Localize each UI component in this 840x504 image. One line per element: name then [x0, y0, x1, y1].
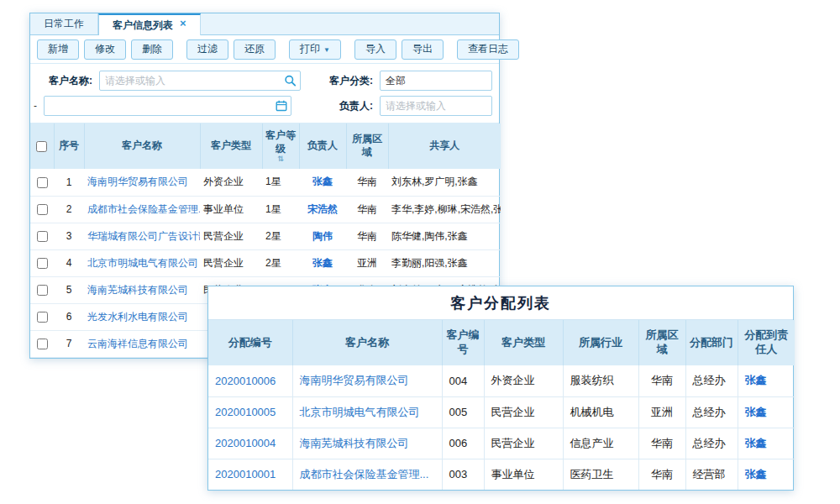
- customer-name-link[interactable]: 成都市社会保险基金管理...: [87, 203, 200, 215]
- customer-type-cell: 事业单位: [484, 459, 563, 490]
- owner-cell: 陶伟: [299, 223, 346, 249]
- customer-no-cell: 005: [442, 396, 484, 428]
- customer-name-link[interactable]: 成都市社会保险基金管理...: [300, 468, 429, 480]
- toolbar: 新增修改删除过滤还原打印▼导入导出查看日志: [30, 35, 499, 64]
- tab-label: 客户信息列表: [113, 18, 173, 33]
- column-header-4[interactable]: 客户等级⇅: [262, 123, 299, 169]
- region-cell: 华南: [638, 428, 685, 459]
- column-header-7: 共享人: [388, 123, 501, 169]
- calendar-icon[interactable]: [276, 100, 287, 112]
- alloc-no-link[interactable]: 2020010001: [215, 468, 276, 480]
- owner-cell: 张鑫: [299, 249, 346, 276]
- table-row: 2020010001成都市社会保险基金管理...003事业单位医药卫生华南经营部…: [208, 459, 795, 490]
- shared-cell: 李华,李婷,柳琳,宋浩然,张鑫: [388, 196, 501, 223]
- allocation-title: 客户分配列表: [208, 286, 793, 320]
- customer-no-cell: 006: [442, 428, 484, 459]
- tab-daily-work[interactable]: 日常工作: [30, 13, 98, 34]
- alloc-column-header-8: 分配到责任人: [738, 320, 795, 365]
- region-cell: 华南: [638, 365, 685, 396]
- assignee-link[interactable]: 张鑫: [745, 437, 767, 449]
- alloc-no-cell: 2020010005: [208, 396, 292, 428]
- customer-name-input[interactable]: [99, 71, 301, 91]
- selected-value: 全部: [386, 74, 406, 88]
- row-checkbox[interactable]: [37, 258, 48, 269]
- table-row: 2成都市社会保险基金管理...事业单位1星宋浩然华南李华,李婷,柳琳,宋浩然,张…: [30, 196, 501, 223]
- assignee-link[interactable]: 张鑫: [745, 374, 767, 386]
- row-checkbox[interactable]: [37, 231, 48, 242]
- owner-link[interactable]: 陶伟: [312, 230, 333, 242]
- alloc-column-header-5: 所属行业: [563, 320, 638, 365]
- customer-name-link[interactable]: 北京市明城电气有限公司: [300, 406, 420, 418]
- dropdown-caret-icon: ▼: [323, 46, 330, 54]
- assignee-link[interactable]: 张鑫: [745, 406, 767, 418]
- dept-cell: 总经办: [685, 365, 738, 396]
- row-checkbox[interactable]: [37, 339, 48, 349]
- filter-button[interactable]: 过滤: [186, 39, 228, 60]
- customer-name-link[interactable]: 海南明华贸易有限公司: [300, 374, 409, 386]
- select-all-cell: [30, 123, 54, 169]
- table-row: 3华瑞城有限公司广告设计部民营企业2星陶伟华南陈华健,陶伟,张鑫: [30, 223, 501, 249]
- customer-name-field: [99, 71, 301, 91]
- customer-name-link[interactable]: 北京市明城电气有限公司: [87, 257, 198, 269]
- assignee-link[interactable]: 张鑫: [745, 468, 767, 480]
- alloc-no-link[interactable]: 2020010006: [215, 375, 276, 387]
- row-checkbox[interactable]: [37, 285, 48, 296]
- table-row: 1海南明华贸易有限公司外资企业1星张鑫华南刘东林,罗广明,张鑫: [30, 169, 501, 196]
- date-input[interactable]: [44, 96, 291, 116]
- modify-button[interactable]: 修改: [84, 39, 126, 60]
- column-header-1: 序号: [54, 123, 84, 169]
- dept-cell: 总经办: [685, 396, 738, 428]
- print-button[interactable]: 打印▼: [289, 39, 341, 60]
- customer-name-link[interactable]: 海南芜城科技有限公司: [87, 284, 188, 296]
- row-checkbox[interactable]: [37, 312, 48, 323]
- alloc-no-link[interactable]: 2020010005: [215, 406, 276, 418]
- search-icon[interactable]: [284, 75, 297, 87]
- column-header-6: 所属区域: [346, 123, 388, 169]
- row-checkbox[interactable]: [37, 177, 48, 188]
- row-number-cell: 5: [54, 276, 84, 303]
- row-number-cell: 1: [54, 169, 84, 196]
- customer-level-cell: 2星: [262, 249, 299, 276]
- filter-area: 客户名称: 客户分类: 全部 -: [30, 64, 499, 123]
- close-icon[interactable]: ×: [180, 18, 186, 29]
- assignee-cell: 张鑫: [738, 428, 795, 459]
- owner-cell: 宋浩然: [299, 196, 346, 223]
- filter-row-2: - 负责人:: [37, 94, 492, 118]
- owner-input[interactable]: [380, 96, 492, 116]
- customer-name-link[interactable]: 海南芜城科技有限公司: [300, 437, 409, 449]
- owner-link[interactable]: 张鑫: [312, 257, 333, 269]
- customer-name-cell: 成都市社会保险基金管理...: [292, 459, 442, 490]
- view-log-button[interactable]: 查看日志: [457, 39, 519, 60]
- column-header-2: 客户名称: [84, 123, 200, 169]
- customer-name-cell: 海南芜城科技有限公司: [84, 276, 200, 303]
- row-number-cell: 6: [54, 303, 84, 330]
- region-cell: 华南: [346, 196, 388, 223]
- customer-name-link[interactable]: 华瑞城有限公司广告设计部: [87, 230, 200, 242]
- alloc-no-cell: 2020010004: [208, 428, 292, 459]
- alloc-column-header-6: 所属区域: [638, 320, 685, 365]
- owner-link[interactable]: 宋浩然: [307, 203, 338, 215]
- customer-name-link[interactable]: 光发水利水电有限公司: [87, 311, 188, 323]
- customer-type-cell: 民营企业: [484, 428, 563, 459]
- alloc-column-header-3: 客户编号: [442, 320, 484, 365]
- alloc-no-link[interactable]: 2020010004: [215, 437, 276, 449]
- customer-level-cell: 1星: [262, 169, 299, 196]
- delete-button[interactable]: 删除: [131, 39, 173, 60]
- table-row: 2020010005北京市明城电气有限公司005民营企业机械机电亚洲总经办张鑫: [208, 396, 795, 428]
- select-all-checkbox[interactable]: [36, 141, 47, 152]
- export-button[interactable]: 导出: [402, 39, 444, 60]
- assignee-cell: 张鑫: [738, 365, 795, 396]
- restore-button[interactable]: 还原: [234, 39, 276, 60]
- region-cell: 亚洲: [638, 396, 685, 428]
- shared-cell: 刘东林,罗广明,张鑫: [388, 169, 501, 196]
- customer-category-select[interactable]: 全部: [380, 71, 492, 91]
- owner-link[interactable]: 张鑫: [312, 176, 333, 187]
- alloc-column-header-2: 客户名称: [292, 320, 442, 365]
- customer-name-link[interactable]: 海南明华贸易有限公司: [87, 176, 188, 187]
- tab-customer-info-list[interactable]: 客户信息列表 ×: [98, 13, 201, 35]
- import-button[interactable]: 导入: [354, 39, 396, 60]
- add-button[interactable]: 新增: [37, 39, 79, 60]
- customer-name-label: 客户名称:: [49, 74, 92, 88]
- customer-name-link[interactable]: 云南海祥信息有限公司: [87, 338, 188, 349]
- row-checkbox[interactable]: [37, 204, 48, 215]
